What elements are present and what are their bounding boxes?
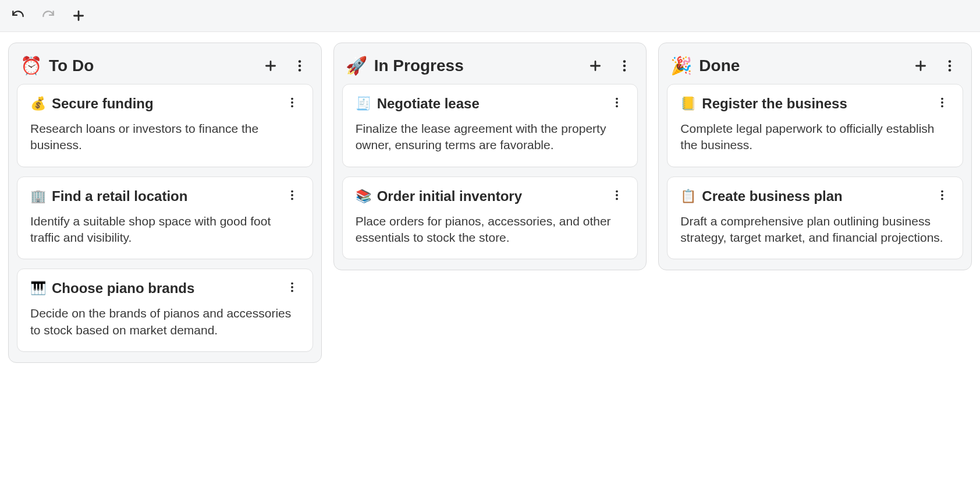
svg-point-6 <box>291 190 293 192</box>
card-menu-button[interactable] <box>285 188 300 203</box>
column-header: 🎉Done <box>667 49 963 84</box>
card-menu-button[interactable] <box>935 95 950 110</box>
svg-point-7 <box>291 194 293 196</box>
card-find-a-retail-location[interactable]: 🏢Find a retail locationIdentify a suitab… <box>17 177 313 260</box>
card-header: 💰Secure funding <box>30 95 300 112</box>
toolbar <box>0 0 980 32</box>
card-emoji: 🧾 <box>356 97 371 110</box>
svg-point-17 <box>616 105 618 107</box>
column-menu-button[interactable] <box>940 56 960 76</box>
plus-icon <box>588 58 603 73</box>
card-header: 📋Create business plan <box>680 188 950 205</box>
svg-point-1 <box>298 65 301 68</box>
more-vertical-icon <box>942 58 957 73</box>
add-card-button[interactable] <box>261 56 280 76</box>
svg-point-4 <box>291 101 293 104</box>
card-negotiate-lease[interactable]: 🧾Negotiate leaseFinalize the lease agree… <box>342 84 638 167</box>
column-in-progress: 🚀In Progress🧾Negotiate leaseFinalize the… <box>333 43 647 270</box>
card-menu-button[interactable] <box>609 95 624 110</box>
svg-point-0 <box>298 60 301 63</box>
svg-point-27 <box>941 190 943 192</box>
svg-point-3 <box>291 98 293 100</box>
undo-icon <box>10 8 26 23</box>
svg-point-26 <box>941 105 943 107</box>
plus-icon <box>71 8 86 23</box>
svg-point-20 <box>616 197 618 200</box>
column-header: ⏰To Do <box>17 49 313 84</box>
more-vertical-icon <box>610 96 623 109</box>
svg-point-9 <box>291 283 293 285</box>
card-order-initial-inventory[interactable]: 📚Order initial inventoryPlace orders for… <box>342 177 638 260</box>
svg-point-8 <box>291 197 293 200</box>
cards-list: 🧾Negotiate leaseFinalize the lease agree… <box>342 84 638 259</box>
card-description: Identify a suitable shop space with good… <box>30 213 300 246</box>
card-create-business-plan[interactable]: 📋Create business planDraft a comprehensi… <box>667 177 963 260</box>
card-emoji: 🎹 <box>30 282 46 295</box>
card-title-text: Create business plan <box>702 188 842 205</box>
svg-point-11 <box>291 290 293 292</box>
more-vertical-icon <box>286 96 299 109</box>
card-description: Complete legal paperwork to officially e… <box>680 121 950 154</box>
card-title: 📒Register the business <box>680 95 847 112</box>
card-header: 🎹Choose piano brands <box>30 280 300 297</box>
svg-point-13 <box>623 65 626 68</box>
more-vertical-icon <box>610 189 623 202</box>
card-header: 📚Order initial inventory <box>356 188 625 205</box>
add-card-button[interactable] <box>911 56 931 76</box>
column-title: 🚀In Progress <box>346 57 464 75</box>
card-title: 📚Order initial inventory <box>356 188 522 205</box>
card-register-the-business[interactable]: 📒Register the businessComplete legal pap… <box>667 84 963 167</box>
card-header: 🧾Negotiate lease <box>356 95 625 112</box>
column-title: ⏰To Do <box>20 57 94 75</box>
svg-point-2 <box>298 69 301 72</box>
add-board-button[interactable] <box>69 6 88 26</box>
card-menu-button[interactable] <box>609 188 624 203</box>
svg-point-16 <box>616 101 618 104</box>
plus-icon <box>263 58 278 73</box>
card-description: Decide on the brands of pianos and acces… <box>30 305 300 338</box>
card-choose-piano-brands[interactable]: 🎹Choose piano brandsDecide on the brands… <box>17 269 313 352</box>
card-title: 🏢Find a retail location <box>30 188 187 205</box>
svg-point-14 <box>623 69 626 72</box>
svg-point-28 <box>941 194 943 196</box>
svg-point-24 <box>941 98 943 100</box>
card-menu-button[interactable] <box>935 188 950 203</box>
redo-button[interactable] <box>38 6 58 26</box>
column-menu-button[interactable] <box>615 56 634 76</box>
cards-list: 📒Register the businessComplete legal pap… <box>667 84 963 259</box>
svg-point-25 <box>941 101 943 104</box>
card-emoji: 🏢 <box>30 190 46 203</box>
column-title-text: To Do <box>49 57 94 75</box>
redo-icon <box>41 8 56 23</box>
svg-point-19 <box>616 194 618 196</box>
card-emoji: 📒 <box>680 97 696 110</box>
card-title-text: Order initial inventory <box>377 188 522 205</box>
svg-point-22 <box>949 65 951 68</box>
undo-button[interactable] <box>8 6 28 26</box>
more-vertical-icon <box>286 281 299 294</box>
card-header: 📒Register the business <box>680 95 950 112</box>
more-vertical-icon <box>292 58 307 73</box>
column-title-text: Done <box>699 57 740 75</box>
column-actions <box>911 56 960 76</box>
more-vertical-icon <box>286 189 299 202</box>
card-title-text: Choose piano brands <box>52 280 194 297</box>
kanban-board: ⏰To Do💰Secure fundingResearch loans or i… <box>0 32 980 373</box>
card-header: 🏢Find a retail location <box>30 188 300 205</box>
card-title-text: Secure funding <box>52 95 154 112</box>
column-emoji: ⏰ <box>20 57 42 75</box>
card-title: 🎹Choose piano brands <box>30 280 194 297</box>
column-actions <box>261 56 310 76</box>
card-title-text: Find a retail location <box>52 188 187 205</box>
column-to-do: ⏰To Do💰Secure fundingResearch loans or i… <box>8 43 322 363</box>
card-menu-button[interactable] <box>285 280 300 295</box>
add-card-button[interactable] <box>585 56 605 76</box>
card-emoji: 📚 <box>356 190 371 203</box>
svg-point-10 <box>291 286 293 288</box>
column-menu-button[interactable] <box>290 56 310 76</box>
card-menu-button[interactable] <box>285 95 300 110</box>
card-secure-funding[interactable]: 💰Secure fundingResearch loans or investo… <box>17 84 313 167</box>
column-emoji: 🚀 <box>346 57 367 75</box>
cards-list: 💰Secure fundingResearch loans or investo… <box>17 84 313 352</box>
column-emoji: 🎉 <box>670 57 692 75</box>
